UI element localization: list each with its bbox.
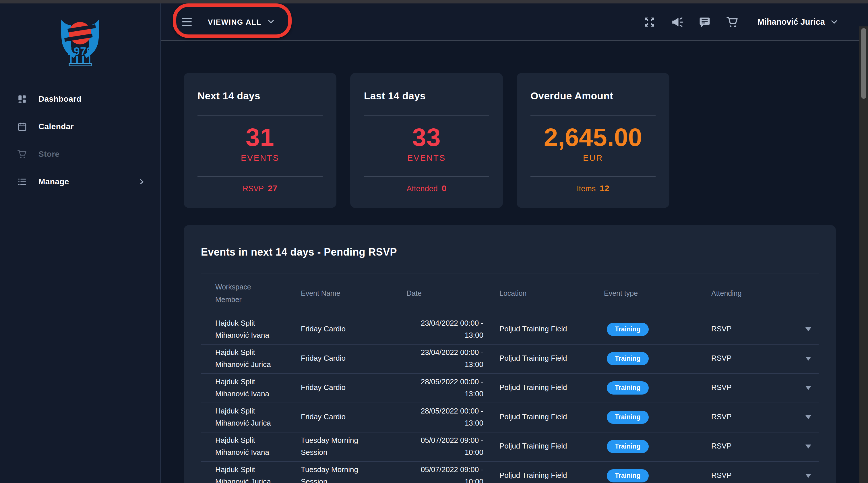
table-row: Hajduk SplitMihanović Ivana Tuesday Morn…: [201, 432, 818, 461]
table-row: Hajduk SplitMihanović Jurica Friday Card…: [201, 344, 818, 373]
sidebar-item-dashboard[interactable]: Dashboard: [0, 85, 161, 113]
table-row: Hajduk SplitMihanović Jurica Friday Card…: [201, 403, 818, 432]
location-cell: Poljud Training Field: [499, 382, 604, 394]
card-footer-label: Attended: [407, 184, 438, 193]
card-footer-label: RSVP: [243, 184, 264, 193]
event-name-cell: Tuesday Morning Session: [301, 434, 365, 458]
caret-down-icon: [805, 386, 811, 390]
attending-select[interactable]: RSVP: [711, 323, 818, 335]
sidebar-item-store[interactable]: Store: [0, 140, 161, 168]
window-edge: [0, 0, 868, 3]
sidebar-item-calendar[interactable]: Calendar: [0, 113, 161, 140]
caret-down-icon: [805, 445, 811, 449]
caret-down-icon: [805, 474, 811, 478]
workspace-member-cell: Hajduk SplitMihanović Jurica: [201, 405, 301, 429]
club-logo: 1979: [60, 20, 100, 70]
workspace-member-cell: Hajduk SplitMihanović Jurica: [201, 464, 301, 483]
date-cell: 05/07/2022 09:00 -10:00: [406, 464, 499, 483]
card-title: Last 14 days: [364, 90, 489, 102]
user-name: Mihanović Jurica: [757, 17, 825, 26]
chevron-right-icon: [138, 178, 145, 185]
attending-select[interactable]: RSVP: [711, 411, 818, 423]
location-cell: Poljud Training Field: [499, 323, 604, 335]
calendar-icon: [17, 121, 27, 131]
event-type-badge: Training: [607, 381, 648, 395]
attending-select[interactable]: RSVP: [711, 441, 818, 453]
workspace-member-cell: Hajduk SplitMihanović Ivana: [201, 376, 301, 400]
event-name-cell: Friday Cardio: [301, 411, 365, 423]
table-header-row: Workspace Member Event Name Date Locatio…: [201, 273, 818, 315]
card-value: 31: [197, 124, 322, 150]
fullscreen-icon[interactable]: [644, 16, 656, 28]
card-value-label: EVENTS: [197, 153, 322, 162]
header-actions: Mihanović Jurica: [628, 16, 838, 28]
caret-down-icon: [805, 357, 811, 361]
sidebar-item-label: Manage: [38, 177, 69, 186]
megaphone-icon[interactable]: [671, 16, 683, 28]
location-cell: Poljud Training Field: [499, 470, 604, 482]
location-cell: Poljud Training Field: [499, 411, 604, 423]
event-type-cell: Training: [604, 440, 711, 453]
hamburger-menu-button[interactable]: [182, 18, 192, 26]
events-panel: Events in next 14 days - Pending RSVP Wo…: [184, 225, 836, 483]
attending-select[interactable]: RSVP: [711, 382, 818, 394]
stat-card-next-14-days: Next 14 days 31 EVENTS RSVP27: [184, 73, 336, 208]
event-type-badge: Training: [607, 410, 648, 424]
column-header: Event type: [604, 288, 711, 300]
list-icon: [17, 177, 27, 186]
store-cart-icon: [17, 149, 27, 159]
column-header: Location: [499, 288, 604, 300]
column-header: Attending: [711, 288, 818, 300]
sidebar-item-label: Dashboard: [38, 94, 82, 103]
app-root: 1979 Dashboard: [0, 0, 868, 483]
card-footer-value: 27: [268, 183, 277, 193]
date-cell: 23/04/2022 00:00 -13:00: [406, 346, 499, 370]
card-title: Overdue Amount: [530, 90, 656, 102]
chevron-down-icon: [267, 18, 275, 26]
date-cell: 28/05/2022 00:00 -13:00: [406, 376, 499, 400]
event-name-cell: Friday Cardio: [301, 353, 365, 365]
table-row: Hajduk SplitMihanović Ivana Friday Cardi…: [201, 373, 818, 403]
viewing-all-label: VIEWING ALL: [208, 18, 261, 26]
club-crest-icon: 1979: [60, 20, 100, 67]
column-header: Date: [406, 288, 499, 300]
stat-card-last-14-days: Last 14 days 33 EVENTS Attended0: [350, 73, 503, 208]
svg-text:1979: 1979: [67, 46, 93, 57]
caret-down-icon: [805, 327, 811, 331]
cart-icon[interactable]: [726, 16, 739, 28]
main-content: Next 14 days 31 EVENTS RSVP27 Last 14 da…: [161, 41, 859, 483]
column-header: Event Name: [301, 288, 406, 300]
workspace-member-cell: Hajduk SplitMihanović Jurica: [201, 346, 301, 370]
scrollbar-track[interactable]: [859, 26, 868, 483]
events-panel-title: Events in next 14 days - Pending RSVP: [201, 246, 818, 258]
chat-icon[interactable]: [699, 16, 711, 28]
table-row: Hajduk SplitMihanović Ivana Friday Cardi…: [201, 315, 818, 344]
scrollbar-thumb[interactable]: [861, 28, 866, 99]
event-name-cell: Tuesday Morning Session: [301, 464, 365, 483]
event-type-cell: Training: [604, 381, 711, 395]
workspace-member-cell: Hajduk SplitMihanović Ivana: [201, 434, 301, 458]
date-cell: 05/07/2022 09:00 -10:00: [406, 434, 499, 458]
event-name-cell: Friday Cardio: [301, 323, 365, 335]
stat-card-overdue-amount: Overdue Amount 2,645.00 EUR Items12: [517, 73, 670, 208]
location-cell: Poljud Training Field: [499, 441, 604, 453]
scrollbar: [859, 3, 868, 483]
event-type-badge: Training: [607, 469, 648, 482]
workspace-member-cell: Hajduk SplitMihanović Ivana: [201, 317, 301, 341]
card-footer-value: 12: [600, 183, 609, 193]
event-name-cell: Friday Cardio: [301, 382, 365, 394]
date-cell: 28/05/2022 00:00 -13:00: [406, 405, 499, 429]
user-menu[interactable]: Mihanović Jurica: [757, 17, 838, 26]
top-bar: VIEWING ALL: [161, 3, 859, 41]
viewing-all-dropdown[interactable]: VIEWING ALL: [208, 18, 275, 26]
event-type-cell: Training: [604, 410, 711, 424]
card-value: 33: [364, 124, 489, 150]
sidebar-nav: Dashboard Calendar: [0, 85, 161, 195]
attending-select[interactable]: RSVP: [711, 470, 818, 482]
attending-select[interactable]: RSVP: [711, 353, 818, 365]
event-type-badge: Training: [607, 323, 648, 336]
card-footer-value: 0: [442, 183, 446, 193]
event-type-badge: Training: [607, 440, 648, 453]
card-value-label: EUR: [530, 153, 656, 162]
sidebar-item-manage[interactable]: Manage: [0, 168, 161, 195]
